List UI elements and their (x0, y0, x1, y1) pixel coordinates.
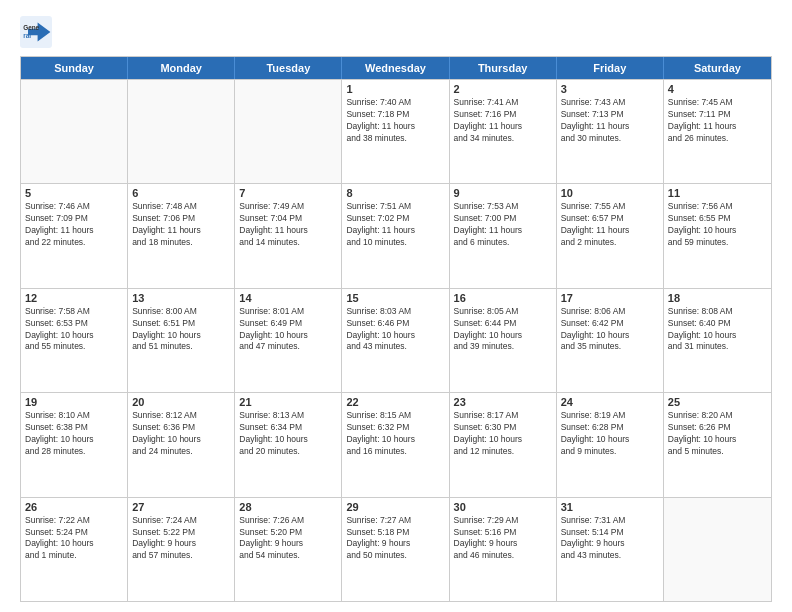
day-info: Sunrise: 7:22 AM Sunset: 5:24 PM Dayligh… (25, 515, 123, 563)
cal-header-tuesday: Tuesday (235, 57, 342, 79)
cal-header-wednesday: Wednesday (342, 57, 449, 79)
day-info: Sunrise: 8:08 AM Sunset: 6:40 PM Dayligh… (668, 306, 767, 354)
day-info: Sunrise: 7:40 AM Sunset: 7:18 PM Dayligh… (346, 97, 444, 145)
logo: Gene ral (20, 16, 56, 48)
cal-cell: 25Sunrise: 8:20 AM Sunset: 6:26 PM Dayli… (664, 393, 771, 496)
cal-week-5: 26Sunrise: 7:22 AM Sunset: 5:24 PM Dayli… (21, 497, 771, 601)
cal-cell: 9Sunrise: 7:53 AM Sunset: 7:00 PM Daylig… (450, 184, 557, 287)
cal-cell: 3Sunrise: 7:43 AM Sunset: 7:13 PM Daylig… (557, 80, 664, 183)
cal-header-monday: Monday (128, 57, 235, 79)
day-number: 29 (346, 501, 444, 513)
cal-cell: 19Sunrise: 8:10 AM Sunset: 6:38 PM Dayli… (21, 393, 128, 496)
page: Gene ral SundayMondayTuesdayWednesdayThu… (0, 0, 792, 612)
cal-cell: 16Sunrise: 8:05 AM Sunset: 6:44 PM Dayli… (450, 289, 557, 392)
day-info: Sunrise: 8:13 AM Sunset: 6:34 PM Dayligh… (239, 410, 337, 458)
cal-cell: 11Sunrise: 7:56 AM Sunset: 6:55 PM Dayli… (664, 184, 771, 287)
day-number: 31 (561, 501, 659, 513)
day-info: Sunrise: 7:27 AM Sunset: 5:18 PM Dayligh… (346, 515, 444, 563)
cal-cell: 12Sunrise: 7:58 AM Sunset: 6:53 PM Dayli… (21, 289, 128, 392)
day-number: 20 (132, 396, 230, 408)
day-info: Sunrise: 8:00 AM Sunset: 6:51 PM Dayligh… (132, 306, 230, 354)
day-number: 25 (668, 396, 767, 408)
day-info: Sunrise: 7:58 AM Sunset: 6:53 PM Dayligh… (25, 306, 123, 354)
day-info: Sunrise: 7:53 AM Sunset: 7:00 PM Dayligh… (454, 201, 552, 249)
day-info: Sunrise: 7:56 AM Sunset: 6:55 PM Dayligh… (668, 201, 767, 249)
cal-cell: 7Sunrise: 7:49 AM Sunset: 7:04 PM Daylig… (235, 184, 342, 287)
cal-cell: 26Sunrise: 7:22 AM Sunset: 5:24 PM Dayli… (21, 498, 128, 601)
day-number: 1 (346, 83, 444, 95)
day-info: Sunrise: 7:48 AM Sunset: 7:06 PM Dayligh… (132, 201, 230, 249)
day-number: 10 (561, 187, 659, 199)
cal-header-friday: Friday (557, 57, 664, 79)
day-number: 17 (561, 292, 659, 304)
day-number: 16 (454, 292, 552, 304)
cal-cell: 21Sunrise: 8:13 AM Sunset: 6:34 PM Dayli… (235, 393, 342, 496)
svg-text:ral: ral (23, 32, 31, 39)
day-number: 30 (454, 501, 552, 513)
day-number: 21 (239, 396, 337, 408)
cal-cell: 28Sunrise: 7:26 AM Sunset: 5:20 PM Dayli… (235, 498, 342, 601)
cal-week-1: 1Sunrise: 7:40 AM Sunset: 7:18 PM Daylig… (21, 79, 771, 183)
day-info: Sunrise: 8:03 AM Sunset: 6:46 PM Dayligh… (346, 306, 444, 354)
day-info: Sunrise: 8:10 AM Sunset: 6:38 PM Dayligh… (25, 410, 123, 458)
svg-text:Gene: Gene (23, 24, 39, 31)
day-info: Sunrise: 8:01 AM Sunset: 6:49 PM Dayligh… (239, 306, 337, 354)
cal-cell: 4Sunrise: 7:45 AM Sunset: 7:11 PM Daylig… (664, 80, 771, 183)
cal-cell: 1Sunrise: 7:40 AM Sunset: 7:18 PM Daylig… (342, 80, 449, 183)
day-number: 8 (346, 187, 444, 199)
cal-cell: 17Sunrise: 8:06 AM Sunset: 6:42 PM Dayli… (557, 289, 664, 392)
day-info: Sunrise: 8:17 AM Sunset: 6:30 PM Dayligh… (454, 410, 552, 458)
day-number: 28 (239, 501, 337, 513)
day-info: Sunrise: 8:05 AM Sunset: 6:44 PM Dayligh… (454, 306, 552, 354)
day-info: Sunrise: 7:45 AM Sunset: 7:11 PM Dayligh… (668, 97, 767, 145)
day-number: 11 (668, 187, 767, 199)
day-info: Sunrise: 7:55 AM Sunset: 6:57 PM Dayligh… (561, 201, 659, 249)
day-number: 24 (561, 396, 659, 408)
day-number: 14 (239, 292, 337, 304)
day-number: 26 (25, 501, 123, 513)
cal-header-sunday: Sunday (21, 57, 128, 79)
cal-cell: 8Sunrise: 7:51 AM Sunset: 7:02 PM Daylig… (342, 184, 449, 287)
day-number: 12 (25, 292, 123, 304)
day-number: 18 (668, 292, 767, 304)
cal-cell: 18Sunrise: 8:08 AM Sunset: 6:40 PM Dayli… (664, 289, 771, 392)
header: Gene ral (20, 16, 772, 48)
day-info: Sunrise: 7:49 AM Sunset: 7:04 PM Dayligh… (239, 201, 337, 249)
day-info: Sunrise: 8:12 AM Sunset: 6:36 PM Dayligh… (132, 410, 230, 458)
day-info: Sunrise: 7:29 AM Sunset: 5:16 PM Dayligh… (454, 515, 552, 563)
day-info: Sunrise: 8:06 AM Sunset: 6:42 PM Dayligh… (561, 306, 659, 354)
cal-cell: 5Sunrise: 7:46 AM Sunset: 7:09 PM Daylig… (21, 184, 128, 287)
cal-header-saturday: Saturday (664, 57, 771, 79)
day-number: 22 (346, 396, 444, 408)
day-number: 3 (561, 83, 659, 95)
cal-cell: 6Sunrise: 7:48 AM Sunset: 7:06 PM Daylig… (128, 184, 235, 287)
cal-cell: 29Sunrise: 7:27 AM Sunset: 5:18 PM Dayli… (342, 498, 449, 601)
day-number: 23 (454, 396, 552, 408)
day-number: 27 (132, 501, 230, 513)
calendar-body: 1Sunrise: 7:40 AM Sunset: 7:18 PM Daylig… (21, 79, 771, 601)
calendar: SundayMondayTuesdayWednesdayThursdayFrid… (20, 56, 772, 602)
day-number: 4 (668, 83, 767, 95)
cal-cell: 27Sunrise: 7:24 AM Sunset: 5:22 PM Dayli… (128, 498, 235, 601)
cal-cell: 13Sunrise: 8:00 AM Sunset: 6:51 PM Dayli… (128, 289, 235, 392)
cal-cell (21, 80, 128, 183)
day-number: 13 (132, 292, 230, 304)
day-number: 6 (132, 187, 230, 199)
cal-cell: 14Sunrise: 8:01 AM Sunset: 6:49 PM Dayli… (235, 289, 342, 392)
day-number: 7 (239, 187, 337, 199)
logo-icon: Gene ral (20, 16, 52, 48)
day-info: Sunrise: 7:43 AM Sunset: 7:13 PM Dayligh… (561, 97, 659, 145)
cal-cell: 2Sunrise: 7:41 AM Sunset: 7:16 PM Daylig… (450, 80, 557, 183)
day-info: Sunrise: 8:19 AM Sunset: 6:28 PM Dayligh… (561, 410, 659, 458)
day-info: Sunrise: 7:51 AM Sunset: 7:02 PM Dayligh… (346, 201, 444, 249)
day-number: 15 (346, 292, 444, 304)
day-number: 5 (25, 187, 123, 199)
day-number: 2 (454, 83, 552, 95)
cal-cell (235, 80, 342, 183)
cal-cell: 10Sunrise: 7:55 AM Sunset: 6:57 PM Dayli… (557, 184, 664, 287)
day-info: Sunrise: 7:24 AM Sunset: 5:22 PM Dayligh… (132, 515, 230, 563)
cal-cell: 30Sunrise: 7:29 AM Sunset: 5:16 PM Dayli… (450, 498, 557, 601)
day-number: 9 (454, 187, 552, 199)
day-info: Sunrise: 8:20 AM Sunset: 6:26 PM Dayligh… (668, 410, 767, 458)
day-info: Sunrise: 7:26 AM Sunset: 5:20 PM Dayligh… (239, 515, 337, 563)
